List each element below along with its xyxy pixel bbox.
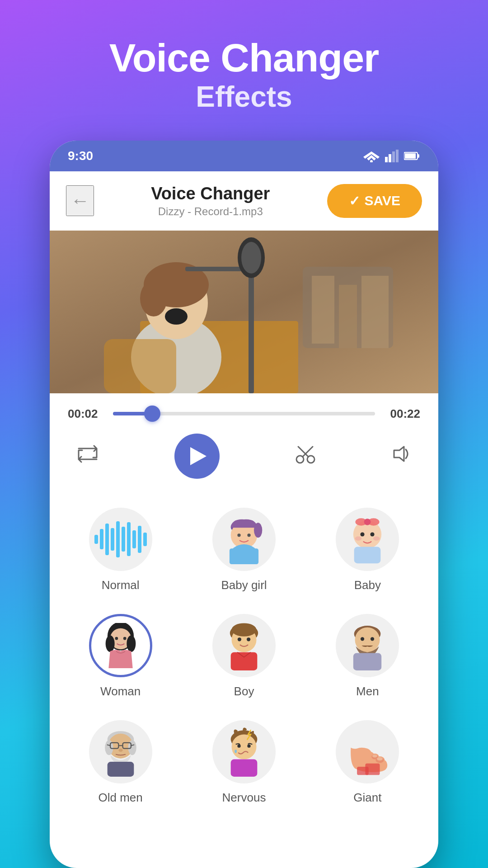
svg-point-54: [115, 637, 118, 640]
battery-icon: [404, 151, 420, 160]
effect-giant[interactable]: Giant: [306, 709, 429, 816]
thumbnail-bg: [50, 231, 438, 393]
checkmark-icon: ✓: [349, 193, 360, 209]
file-name: Dizzy - Record-1.mp3: [151, 205, 270, 218]
svg-point-79: [231, 734, 256, 759]
effect-old-men-circle: [89, 720, 152, 783]
svg-point-59: [238, 637, 241, 641]
effect-men[interactable]: Men: [306, 603, 429, 709]
save-button[interactable]: ✓ SAVE: [327, 184, 422, 218]
effect-nervous-circle: [212, 720, 276, 783]
baby-icon: [343, 514, 392, 564]
baby-girl-icon: [219, 514, 269, 564]
boy-icon: [219, 621, 269, 670]
svg-rect-6: [396, 150, 399, 162]
effect-baby[interactable]: Baby: [306, 497, 429, 603]
svg-point-21: [241, 242, 261, 274]
effect-men-circle: [336, 614, 399, 677]
play-button[interactable]: [174, 434, 220, 479]
effect-nervous-label: Nervous: [222, 791, 266, 805]
progress-track[interactable]: [113, 412, 375, 415]
effect-old-men-label: Old men: [99, 791, 143, 805]
play-icon: [190, 447, 206, 465]
cut-button[interactable]: [296, 444, 315, 468]
svg-rect-4: [389, 154, 391, 162]
effect-normal[interactable]: Normal: [59, 497, 182, 603]
svg-rect-77: [107, 762, 134, 777]
volume-icon: [391, 444, 411, 464]
svg-point-48: [373, 536, 380, 540]
save-label: SAVE: [365, 193, 400, 208]
svg-marker-31: [394, 447, 404, 461]
repeat-icon: [77, 445, 99, 463]
repeat-button[interactable]: [77, 445, 99, 467]
svg-point-64: [361, 637, 364, 641]
playback-section: 00:02 00:22: [50, 393, 438, 488]
app-header: ← Voice Changer Dizzy - Record-1.mp3 ✓ S…: [50, 171, 438, 231]
effect-boy[interactable]: Boy: [182, 603, 305, 709]
svg-point-63: [355, 627, 380, 652]
svg-rect-22: [104, 339, 176, 393]
svg-point-46: [371, 532, 375, 536]
svg-rect-24: [312, 276, 334, 344]
svg-point-47: [355, 536, 362, 540]
wifi-icon: [363, 150, 380, 162]
svg-point-65: [371, 637, 374, 641]
svg-point-93: [372, 755, 377, 757]
svg-rect-18: [249, 267, 254, 393]
effect-woman-circle: [89, 614, 152, 677]
svg-rect-49: [354, 547, 381, 563]
svg-rect-66: [353, 653, 381, 670]
status-bar: 9:30: [50, 141, 438, 171]
header-center: Voice Changer Dizzy - Record-1.mp3: [151, 184, 270, 218]
svg-point-16: [140, 280, 167, 316]
effect-baby-label: Baby: [354, 578, 381, 592]
nervous-icon: [219, 727, 269, 777]
svg-point-60: [247, 637, 250, 641]
effect-giant-circle: [336, 720, 399, 783]
svg-point-2: [370, 160, 373, 162]
svg-point-53: [127, 635, 136, 652]
svg-rect-5: [392, 151, 395, 162]
svg-point-55: [123, 637, 126, 640]
effect-woman-label: Woman: [100, 684, 141, 698]
back-button[interactable]: ←: [66, 185, 94, 216]
old-men-icon: [96, 727, 145, 777]
svg-rect-61: [231, 652, 258, 670]
svg-point-87: [359, 752, 365, 757]
effect-normal-circle: [89, 508, 152, 571]
svg-point-44: [364, 519, 371, 525]
media-thumbnail: [50, 231, 438, 393]
effect-baby-girl-circle: [212, 508, 276, 571]
waveform-icon: [94, 521, 147, 557]
svg-point-37: [237, 533, 240, 537]
effect-boy-label: Boy: [234, 684, 254, 698]
svg-point-80: [237, 744, 240, 747]
svg-point-45: [361, 532, 365, 536]
effect-boy-circle: [212, 614, 276, 677]
status-icons: [363, 150, 420, 162]
svg-point-58: [231, 623, 256, 636]
signal-icon: [385, 150, 399, 162]
volume-button[interactable]: [391, 444, 411, 468]
effect-baby-circle: [336, 508, 399, 571]
svg-point-76: [118, 748, 122, 751]
phone-frame: 9:30 ← Voice: [50, 141, 438, 868]
effect-normal-label: Normal: [102, 578, 140, 592]
svg-point-17: [165, 308, 188, 325]
effect-woman[interactable]: Woman: [59, 603, 182, 709]
svg-rect-8: [405, 153, 416, 159]
effect-baby-girl[interactable]: Baby girl: [182, 497, 305, 603]
progress-bar-container: 00:02 00:22: [68, 407, 420, 421]
svg-rect-9: [418, 154, 419, 158]
svg-point-36: [254, 523, 262, 538]
svg-point-38: [247, 533, 250, 537]
controls-row: [68, 434, 420, 479]
effect-nervous[interactable]: Nervous: [182, 709, 305, 816]
effect-baby-girl-label: Baby girl: [221, 578, 267, 592]
svg-point-52: [105, 635, 114, 652]
woman-icon: [98, 623, 143, 668]
effect-old-men[interactable]: Old men: [59, 709, 182, 816]
hero-subtitle: Effects: [196, 80, 292, 113]
svg-point-81: [247, 744, 250, 747]
